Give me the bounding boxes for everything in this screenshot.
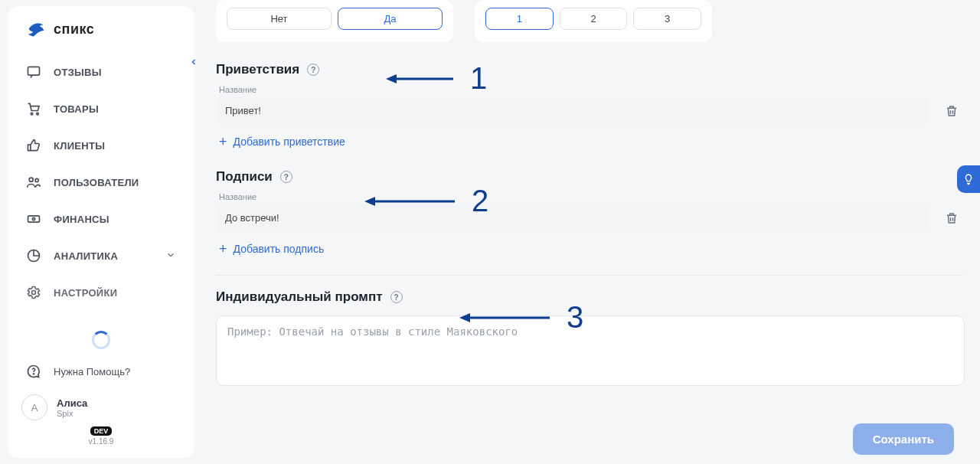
option-yes[interactable]: Да	[338, 8, 443, 30]
option-no[interactable]: Нет	[227, 8, 332, 30]
section-divider	[216, 275, 963, 276]
money-icon	[26, 211, 41, 227]
chat-icon	[26, 64, 41, 80]
prompt-textarea[interactable]	[216, 315, 965, 386]
svg-rect-5	[28, 216, 40, 222]
brand-logo: спикс	[8, 20, 194, 49]
delete-greeting-button[interactable]	[940, 100, 963, 123]
avatar: А	[21, 394, 47, 420]
user-org: Spix	[57, 409, 87, 418]
toggle-card-123: 1 2 3	[475, 0, 712, 42]
svg-point-2	[37, 113, 39, 115]
version-info: DEV v1.16.9	[15, 426, 187, 446]
option-2[interactable]: 2	[560, 8, 628, 30]
add-signature-button[interactable]: + Добавить подпись	[219, 242, 324, 256]
sidebar-item-label: КЛИЕНТЫ	[54, 140, 105, 152]
users-icon	[26, 175, 41, 190]
sidebar-item-label: ФИНАНСЫ	[54, 214, 109, 225]
sidebar-item-label: НАСТРОЙКИ	[54, 287, 117, 299]
sidebar-item-reviews[interactable]: ОТЗЫВЫ	[15, 55, 187, 89]
greetings-field-label: Название	[219, 85, 963, 94]
sidebar-item-clients[interactable]: КЛИЕНТЫ	[15, 129, 187, 162]
sidebar-nav: ОТЗЫВЫ ТОВАРЫ КЛИЕНТЫ ПОЛЬЗОВАТЕЛИ ФИНАН…	[8, 49, 194, 349]
plus-icon: +	[219, 242, 227, 256]
svg-point-1	[31, 113, 33, 115]
help-chat-icon	[26, 364, 41, 379]
sidebar-item-label: ПОЛЬЗОВАТЕЛИ	[54, 177, 139, 188]
sidebar-item-users[interactable]: ПОЛЬЗОВАТЕЛИ	[15, 165, 187, 199]
save-button[interactable]: Сохранить	[853, 423, 954, 455]
option-1[interactable]: 1	[485, 8, 554, 30]
plus-icon: +	[219, 135, 227, 149]
signatures-field-label: Название	[219, 192, 963, 201]
dev-badge: DEV	[90, 426, 113, 436]
pie-icon	[26, 248, 41, 263]
version-text: v1.16.9	[89, 437, 114, 446]
user-name: Алиса	[57, 397, 87, 409]
chevron-down-icon	[165, 250, 176, 263]
help-icon[interactable]: ?	[280, 171, 292, 183]
greeting-input[interactable]	[216, 97, 929, 124]
loading-spinner-icon	[92, 331, 110, 349]
hint-bulb-button[interactable]	[957, 165, 980, 193]
signature-input[interactable]	[216, 204, 929, 231]
trash-icon	[945, 211, 959, 225]
greetings-heading: Приветствия ?	[216, 62, 963, 77]
sidebar: спикс ОТЗЫВЫ ТОВАРЫ КЛИЕНТЫ ПОЛЬЗОВАТЕЛИ…	[8, 6, 194, 458]
signatures-heading: Подписи ?	[216, 169, 963, 185]
delete-signature-button[interactable]	[940, 207, 963, 230]
trash-icon	[945, 104, 959, 118]
sidebar-item-settings[interactable]: НАСТРОЙКИ	[15, 276, 187, 309]
svg-point-8	[34, 374, 34, 374]
brand-logo-icon	[24, 20, 47, 38]
sidebar-item-label: ОТЗЫВЫ	[54, 67, 102, 78]
sidebar-collapse-icon[interactable]	[187, 55, 201, 69]
main-content: Нет Да 1 2 3 Приветствия ? Название + До…	[207, 0, 972, 464]
sidebar-item-finance[interactable]: ФИНАНСЫ	[15, 202, 187, 236]
sidebar-item-label: ТОВАРЫ	[54, 103, 99, 115]
thumbs-up-icon	[26, 138, 41, 153]
sidebar-item-products[interactable]: ТОВАРЫ	[15, 92, 187, 126]
sidebar-item-label: АНАЛИТИКА	[54, 250, 118, 262]
svg-point-4	[35, 178, 38, 181]
svg-rect-0	[28, 67, 40, 75]
current-user[interactable]: А Алиса Spix	[15, 393, 187, 420]
option-3[interactable]: 3	[633, 8, 701, 30]
add-greeting-button[interactable]: + Добавить приветствие	[219, 135, 345, 149]
help-icon[interactable]: ?	[307, 64, 319, 76]
toggle-card-yesno: Нет Да	[216, 0, 453, 42]
svg-point-6	[32, 217, 34, 220]
prompt-heading: Индивидуальный промпт ?	[216, 289, 963, 305]
help-icon[interactable]: ?	[390, 291, 403, 303]
sidebar-item-analytics[interactable]: АНАЛИТИКА	[15, 239, 187, 273]
gear-icon	[26, 285, 41, 300]
svg-point-7	[32, 291, 36, 295]
help-label: Нужна Помощь?	[54, 366, 130, 377]
svg-point-3	[29, 178, 33, 181]
brand-name: спикс	[54, 21, 94, 38]
lightbulb-icon	[962, 173, 975, 185]
help-link[interactable]: Нужна Помощь?	[15, 356, 187, 387]
cart-icon	[26, 101, 41, 116]
